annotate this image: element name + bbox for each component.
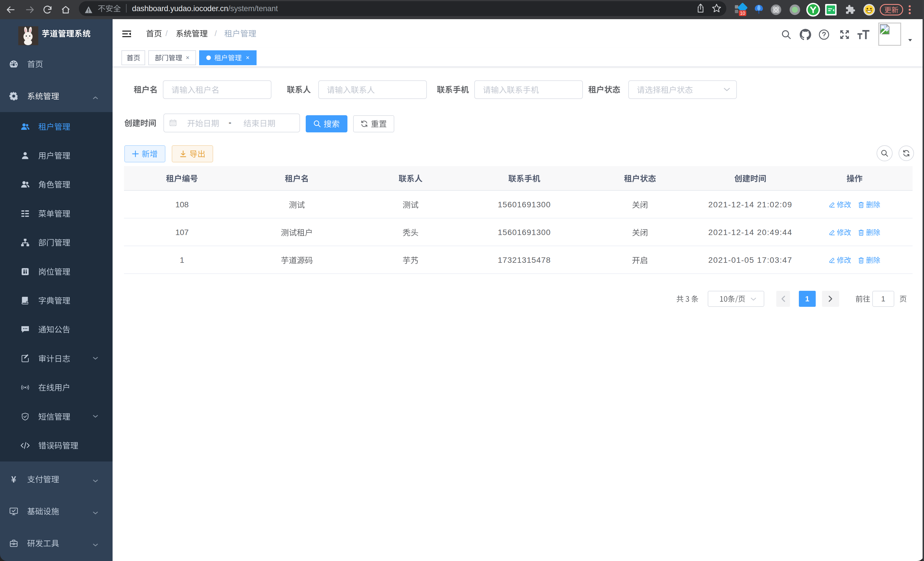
svg-text:10: 10 <box>740 11 746 16</box>
